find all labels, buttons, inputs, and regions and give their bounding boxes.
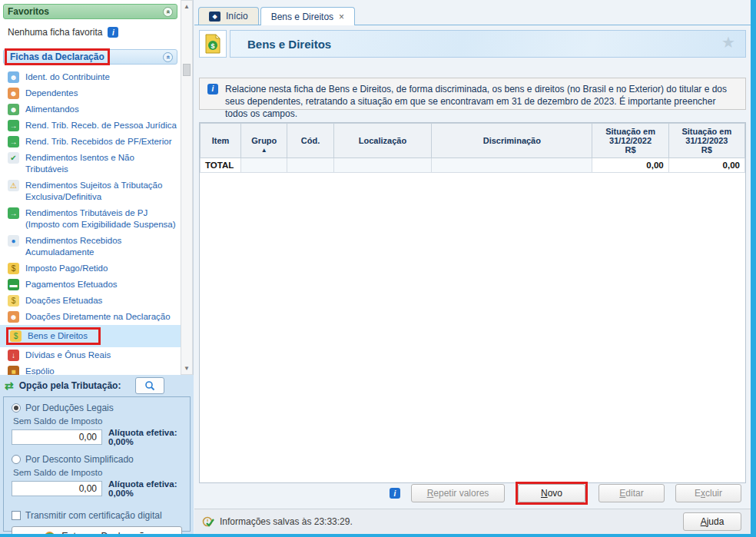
sidebar-item-rend-acumuladamente[interactable]: ● Rendimentos Recebidos Acumuladamente <box>0 233 181 260</box>
sidebar-item-label: Rend. Trib. Receb. de Pessoa Jurídica <box>25 120 177 131</box>
sidebar-item-label: Bens e Direitos <box>28 330 88 342</box>
suspended-tax-icon: → <box>8 207 19 219</box>
favorites-header[interactable]: Favoritos « <box>3 4 177 19</box>
tab-bar: ◆ Início Bens e Direitos × <box>194 7 751 25</box>
irpf-app-window: Favoritos « Nenhuma ficha favorita i Fic… <box>0 0 756 537</box>
sidebar-item-rend-exigibilidade-suspensa[interactable]: → Rendimentos Tributáveis de PJ (Imposto… <box>0 205 181 233</box>
sidebar-item-doacoes-efetuadas[interactable]: $ Doações Efetuadas <box>0 293 181 309</box>
tab-inicio[interactable]: ◆ Início <box>198 7 259 25</box>
sheets-header-title: Fichas da Declaração <box>10 51 104 62</box>
radio-desconto-simplificado[interactable]: Por Desconto Simplificado <box>12 454 182 465</box>
person-icon: ☻ <box>8 71 19 83</box>
debt-arrow-icon: ↓ <box>8 350 19 361</box>
sidebar-item-label: Pagamentos Efetuados <box>25 279 118 290</box>
checkbox-icon[interactable] <box>12 511 21 520</box>
tab-bens-e-direitos[interactable]: Bens e Direitos × <box>260 7 355 25</box>
sidebar-item-rend-trib-pj[interactable]: → Rend. Trib. Receb. de Pessoa Jurídica <box>0 118 181 134</box>
sidebar-item-label: Dívidas e Ônus Reais <box>25 350 111 361</box>
tax-option-search-button[interactable] <box>135 377 164 394</box>
radio-label: Por Desconto Simplificado <box>25 454 134 465</box>
credit-card-icon: ▬ <box>8 279 19 290</box>
sidebar-item-label: Imposto Pago/Retido <box>25 263 108 274</box>
sheets-header[interactable]: Fichas da Declaração « <box>3 49 177 65</box>
favorites-empty-text: Nenhuma ficha favorita <box>8 27 102 38</box>
collapse-icon[interactable]: « <box>163 7 173 17</box>
sidebar-item-label: Doações Efetuadas <box>25 295 102 307</box>
money-bag-icon: $ <box>8 295 19 307</box>
radio-deducoes-legais[interactable]: Por Deduções Legais <box>12 403 182 413</box>
col-situacao-2022[interactable]: Situação em 31/12/2022 R$ <box>592 124 668 158</box>
col-item[interactable]: Item <box>201 124 241 158</box>
empty-cell <box>287 158 333 173</box>
scrollbar-thumb[interactable] <box>183 64 191 76</box>
sidebar-item-label: Ident. do Contribuinte <box>25 71 110 83</box>
sidebar-item-imposto-pago[interactable]: $ Imposto Pago/Retido <box>0 260 181 277</box>
favorites-title: Favoritos <box>8 6 49 17</box>
empty-cell <box>241 158 287 173</box>
sidebar-item-label: Doações Diretamente na Declaração <box>25 311 171 323</box>
saved-check-icon <box>202 515 214 528</box>
effective-rate-label: Alíquota efetiva: 0,00% <box>108 428 182 446</box>
sidebar-item-label: Rendimentos Isentos e Não Tributáveis <box>25 152 179 175</box>
total-2023-value: 0,00 <box>668 158 744 173</box>
alimentandos-icon: ☻ <box>8 104 19 115</box>
sidebar-item-dependentes[interactable]: ☻ Dependentes <box>0 85 181 101</box>
radio-icon[interactable] <box>12 455 21 464</box>
col-grupo[interactable]: Grupo ▲ <box>241 124 287 158</box>
col-cod[interactable]: Cód. <box>287 124 333 158</box>
radio-label: Por Deduções Legais <box>25 403 114 413</box>
assets-icon: $ <box>10 330 22 342</box>
instruction-box: i Relacione nesta ficha de Bens e Direit… <box>199 78 746 110</box>
new-button[interactable]: Novo <box>518 484 585 502</box>
total-2022-value: 0,00 <box>592 158 668 173</box>
sidebar-scrollbar[interactable]: ▲ ▼ <box>181 0 193 375</box>
col-situacao-2023[interactable]: Situação em 31/12/2023 R$ <box>668 124 744 158</box>
favorites-empty-row: Nenhuma ficha favorita i <box>0 19 181 42</box>
edit-button[interactable]: Editar <box>598 484 665 502</box>
col-localizacao[interactable]: Localização <box>333 124 432 158</box>
collapse-icon[interactable]: « <box>163 52 173 62</box>
sidebar-item-label: Espólio <box>25 366 55 375</box>
tax-value-input[interactable] <box>12 429 102 445</box>
transmit-certificate-option[interactable]: Transmitir com certificação digital <box>12 510 182 521</box>
assets-table-area: Item Grupo ▲ Cód. Localização Discrimina… <box>199 122 746 483</box>
scroll-up-icon[interactable]: ▲ <box>181 1 192 12</box>
sidebar-item-ident-contribuinte[interactable]: ☻ Ident. do Contribuinte <box>0 69 181 85</box>
income-pj-icon: → <box>8 120 19 131</box>
sort-asc-icon: ▲ <box>261 147 267 154</box>
sidebar-item-rend-trib-pf-exterior[interactable]: → Rend. Trib. Recebidos de PF/Exterior <box>0 134 181 150</box>
swap-arrows-icon: ⇄ <box>5 380 14 392</box>
sidebar-item-bens-e-direitos[interactable]: $ Bens e Direitos <box>0 325 181 347</box>
page-title: Bens e Direitos <box>247 38 331 51</box>
estate-chest-icon: ■ <box>8 366 19 375</box>
repeat-values-button[interactable]: Repetir valores <box>411 484 505 502</box>
total-row: TOTAL 0,00 0,00 <box>201 158 745 173</box>
col-discriminacao[interactable]: Discriminação <box>432 124 592 158</box>
tax-value-input[interactable] <box>12 481 102 496</box>
radio-icon[interactable] <box>12 403 21 413</box>
sidebar-item-doacoes-declaracao[interactable]: ☻ Doações Diretamente na Declaração <box>0 309 181 325</box>
close-icon[interactable]: × <box>339 12 344 22</box>
transmit-certificate-label: Transmitir com certificação digital <box>25 510 162 521</box>
scroll-down-icon[interactable]: ▼ <box>181 363 192 374</box>
annotation-highlight: Novo <box>516 482 588 505</box>
page-title-banner: Bens e Direitos ★ <box>230 30 746 58</box>
total-label: TOTAL <box>201 158 241 173</box>
sidebar-item-alimentandos[interactable]: ☻ Alimentandos <box>0 101 181 118</box>
sidebar-item-dividas-onus[interactable]: ↓ Dívidas e Ônus Reais <box>0 347 181 363</box>
no-tax-balance-label: Sem Saldo de Imposto <box>13 468 182 477</box>
favorite-star-icon[interactable]: ★ <box>721 33 735 51</box>
income-pf-icon: → <box>8 136 19 148</box>
tab-label: Bens e Direitos <box>271 12 333 22</box>
sidebar-item-pagamentos[interactable]: ▬ Pagamentos Efetuados <box>0 277 181 293</box>
delete-button[interactable]: Excluir <box>675 484 741 502</box>
sidebar-item-rend-isentos[interactable]: ✔ Rendimentos Isentos e Não Tributáveis <box>0 150 181 177</box>
help-button[interactable]: Ajuda <box>683 512 741 531</box>
sidebar-item-espolio[interactable]: ■ Espólio <box>0 363 181 375</box>
sidebar-item-rend-exclusiva[interactable]: ⚠ Rendimentos Sujeitos à Tributação Excl… <box>0 177 181 205</box>
dependents-icon: ☻ <box>8 88 19 99</box>
action-buttons-row: i Repetir valores Novo Editar Excluir <box>390 482 741 505</box>
status-text: Informações salvas às 23:33:29. <box>220 516 353 527</box>
deliver-declaration-label: Entregar Declaração <box>61 531 150 537</box>
deliver-declaration-button[interactable]: Entregar Declaração <box>12 526 182 537</box>
